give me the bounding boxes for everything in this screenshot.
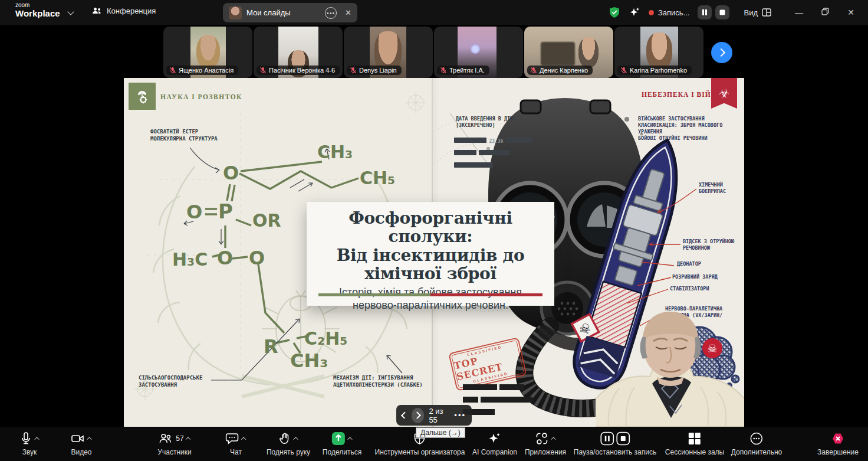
participant-nameplate: Denys Liapin — [347, 66, 402, 75]
slide-more-options-icon[interactable]: ••• — [454, 411, 466, 420]
minimize-button[interactable]: — — [790, 8, 808, 17]
participant-tile[interactable]: Трейтяк І.А. — [434, 27, 523, 78]
video-button[interactable]: Видео — [71, 430, 92, 456]
slide-title: Фосфорорганічні сполуки: Від інсектициді… — [307, 209, 554, 283]
security-shield-icon[interactable] — [609, 6, 620, 18]
ai-companion-label: AI Companion — [472, 448, 517, 456]
more-button[interactable]: Дополнительно — [731, 430, 782, 456]
participant-nameplate: Ященко Анастасія — [166, 66, 238, 75]
tab-my-slides[interactable]: Мои слайды ••• ✕ — [223, 3, 357, 22]
chem-o-low: O — [249, 247, 265, 269]
chem-o-mid: O — [217, 247, 233, 269]
more-label: Дополнительно — [731, 448, 782, 456]
recording-label: Запись... — [658, 8, 690, 17]
molecule-structure-label: ФОСВАТНІЙ ЕСТЕР МОЛЕКУЛЯРНА СТРУКТУРА — [150, 129, 218, 142]
missile-label: ДЕОНАТОР — [677, 261, 701, 267]
restore-button[interactable] — [816, 8, 834, 17]
participants-options-chevron-icon[interactable] — [186, 437, 190, 442]
audio-options-chevron-icon[interactable] — [34, 437, 39, 442]
stop-recording-icon — [616, 431, 630, 446]
muted-mic-icon — [259, 67, 267, 74]
share-screen-icon — [331, 431, 346, 446]
pause-stop-label: Пауза/остановить запись — [574, 448, 656, 456]
participant-name: Трейтяк І.А. — [449, 67, 485, 74]
close-button[interactable]: ✕ — [842, 8, 860, 17]
next-tooltip: Дальше (→) — [416, 427, 465, 438]
participant-tile[interactable]: Denys Liapin — [344, 27, 433, 78]
chem-ch3-top: CH₃ — [317, 142, 353, 162]
participant-name: Denys Liapin — [359, 67, 397, 74]
apps-icon — [535, 431, 549, 446]
breakout-rooms-icon — [688, 431, 702, 446]
mechanism-label: МЕХАНІЗМ ДІЇ: ІНГІБУВАННЯ АЦЕТИЛХОЛІНЕСТ… — [333, 375, 423, 388]
view-button[interactable]: Вид — [744, 8, 771, 17]
tab-close-icon[interactable]: ✕ — [345, 8, 351, 17]
raise-hand-icon — [278, 431, 291, 446]
participant-filmstrip: Ященко Анастасія Пасічник Вероніка 4-6 D… — [0, 25, 868, 78]
pause-recording-icon — [600, 431, 614, 446]
audio-label: Звук — [22, 448, 37, 456]
video-options-chevron-icon[interactable] — [87, 437, 91, 442]
chem-ch5: CH₅ — [360, 168, 395, 188]
breakout-rooms-button[interactable]: Сессионные залы — [665, 430, 724, 456]
view-grid-icon — [762, 8, 771, 17]
participant-nameplate: Пасічник Вероніка 4-6 — [257, 66, 340, 75]
stop-recording-button[interactable] — [715, 5, 729, 19]
apps-options-chevron-icon[interactable] — [551, 437, 555, 442]
slide-title-card: Фосфорорганічні сполуки: Від інсектициді… — [307, 202, 554, 306]
missile-label: ХІМЕЧНИЙ БОЕПРИПАС — [699, 182, 726, 195]
participants-icon — [91, 6, 102, 15]
chat-options-chevron-icon[interactable] — [241, 437, 246, 442]
chat-icon — [226, 432, 239, 445]
titlebar-controls: Запись... Вид — ✕ — [609, 0, 860, 25]
share-screen-button[interactable]: Поделиться — [323, 430, 361, 456]
shared-slide: ☠ НАУКА І РОЗВНТОК НЕБЕЗПЕКА І ВІЙНА ☣ Ф… — [124, 78, 744, 427]
tab-meeting[interactable]: Конференция — [91, 6, 156, 15]
participants-button[interactable]: 57 Участники — [157, 430, 191, 456]
participant-name: Karina Parhomenko — [630, 67, 687, 74]
slide-page-indicator: 2 из 55 — [429, 407, 449, 424]
slide-subtitle: Історія, хімія та бойове застосування не… — [307, 286, 554, 312]
brand-workplace: Workplace — [15, 9, 60, 18]
ai-sparkle-icon[interactable] — [629, 6, 640, 18]
chat-button[interactable]: Чат — [226, 430, 246, 456]
recording-dot-icon — [649, 10, 654, 15]
video-camera-icon — [71, 432, 85, 445]
end-meeting-icon — [831, 431, 845, 446]
tab-options-icon[interactable]: ••• — [325, 7, 337, 19]
muted-mic-icon — [169, 67, 176, 74]
participant-tile[interactable]: Ященко Анастасія — [163, 27, 252, 78]
participant-tile[interactable]: Karina Parhomenko — [614, 27, 703, 78]
brand-zoom: zoom — [15, 2, 60, 8]
pause-recording-button[interactable] — [698, 5, 712, 19]
participant-tile[interactable]: Пасічник Вероніка 4-6 — [254, 27, 343, 78]
prev-slide-icon[interactable] — [401, 412, 408, 419]
chem-ch3-bottom: CH₃ — [290, 349, 328, 372]
chem-r: R — [264, 335, 278, 358]
audio-button[interactable]: Звук — [19, 430, 40, 456]
workspace-menu-chevron-icon[interactable] — [67, 8, 74, 15]
sprout-gear-icon — [133, 87, 151, 105]
next-slide-button[interactable] — [412, 408, 425, 423]
participant-name: Денис Карпенко — [540, 67, 588, 74]
raise-hand-options-chevron-icon[interactable] — [293, 437, 298, 442]
apps-button[interactable]: Приложения — [525, 430, 566, 456]
participant-tile[interactable]: Денис Карпенко — [524, 27, 613, 78]
raise-hand-label: Поднять руку — [267, 448, 310, 456]
avatar — [229, 6, 242, 19]
ai-companion-button[interactable]: AI Companion — [472, 430, 517, 456]
muted-mic-icon — [620, 67, 627, 74]
chem-h3c: H₃C — [172, 249, 208, 270]
pause-stop-recording-button[interactable]: Пауза/остановить запись — [574, 430, 656, 456]
filmstrip-next-button[interactable] — [711, 42, 732, 63]
next-slide-icon — [413, 411, 421, 419]
share-options-chevron-icon[interactable] — [347, 437, 352, 442]
participants-label: Участники — [157, 448, 191, 456]
raise-hand-button[interactable]: Поднять руку — [267, 430, 310, 456]
presenter-video — [596, 308, 744, 427]
participant-nameplate: Трейтяк І.А. — [437, 66, 489, 75]
host-tools-label: Инструменты организатора — [375, 448, 465, 456]
ai-companion-icon — [488, 431, 502, 446]
chem-p: P — [218, 200, 233, 223]
end-meeting-button[interactable]: Завершение — [817, 430, 859, 456]
